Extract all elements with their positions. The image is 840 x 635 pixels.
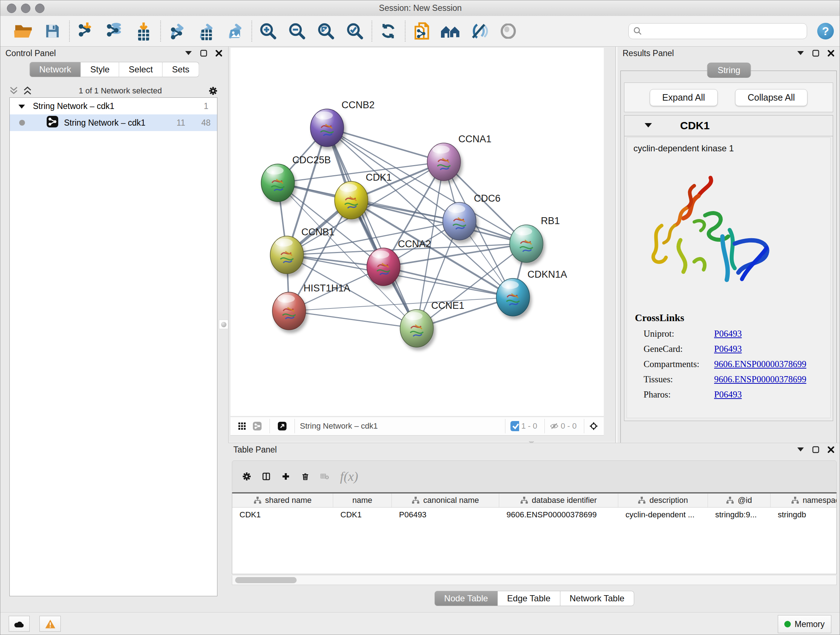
warnings-button[interactable] bbox=[39, 616, 61, 632]
protein-section-header[interactable]: CDK1 bbox=[624, 116, 833, 136]
column-header-description[interactable]: description bbox=[618, 494, 708, 507]
tab-network[interactable]: Network bbox=[29, 62, 81, 77]
column-header-canonical-name[interactable]: canonical name bbox=[392, 494, 499, 507]
birdseye-crosshair-icon[interactable] bbox=[589, 422, 598, 431]
collapse-all-icon[interactable] bbox=[9, 87, 18, 95]
home-icon[interactable] bbox=[440, 20, 461, 42]
crosslink-link[interactable]: P06493 bbox=[714, 329, 742, 339]
external-view-icon[interactable] bbox=[278, 422, 286, 431]
export-table-icon[interactable] bbox=[196, 20, 216, 42]
network-collection-row[interactable]: String Network – cdk1 1 bbox=[10, 98, 217, 114]
cloud-button[interactable] bbox=[9, 616, 30, 632]
zoom-fit-icon[interactable] bbox=[316, 20, 336, 42]
float-panel-icon[interactable] bbox=[812, 445, 820, 454]
open-session-icon[interactable] bbox=[13, 20, 34, 42]
crosslink-link[interactable]: 9606.ENSP00000378699 bbox=[714, 359, 806, 369]
zoom-in-icon[interactable] bbox=[258, 20, 278, 42]
export-network-icon[interactable] bbox=[167, 20, 187, 42]
crosslink-link[interactable]: P06493 bbox=[714, 390, 742, 400]
network-edge[interactable] bbox=[384, 267, 513, 297]
network-from-document-icon[interactable] bbox=[411, 20, 431, 42]
crosslink-link[interactable]: P06493 bbox=[714, 344, 742, 354]
network-edge[interactable] bbox=[327, 128, 417, 328]
table-row[interactable]: CDK1CDK1P064939606.ENSP00000378699cyclin… bbox=[232, 508, 836, 522]
disclosure-triangle-icon[interactable] bbox=[645, 122, 652, 129]
add-column-icon[interactable] bbox=[281, 472, 290, 481]
zoom-out-icon[interactable] bbox=[287, 20, 307, 42]
table-cell[interactable]: P06493 bbox=[392, 510, 499, 519]
network-node-RB1[interactable]: RB1 bbox=[510, 215, 560, 263]
memory-button[interactable]: Memory bbox=[778, 615, 831, 633]
column-header-name[interactable]: name bbox=[333, 494, 392, 507]
network-node-CCNA1[interactable]: CCNA1 bbox=[427, 134, 492, 181]
crosslink-link[interactable]: 9606.ENSP00000378699 bbox=[714, 374, 806, 385]
column-header-database-identifier[interactable]: database identifier bbox=[499, 494, 618, 507]
table-options-gear-icon[interactable] bbox=[242, 472, 251, 481]
help-button[interactable]: ? bbox=[817, 23, 834, 40]
protein-description: cyclin-dependent kinase 1 bbox=[633, 143, 830, 154]
tab-sets[interactable]: Sets bbox=[163, 62, 199, 77]
panel-menu-icon[interactable] bbox=[796, 445, 805, 454]
options-gear-icon[interactable] bbox=[209, 87, 218, 95]
grid-view-icon[interactable] bbox=[238, 422, 246, 431]
table-cell[interactable]: 9606.ENSP00000378699 bbox=[499, 510, 618, 519]
table-cell[interactable]: stringdb:9... bbox=[708, 510, 771, 519]
search-input[interactable] bbox=[645, 26, 807, 36]
table-cell[interactable]: CDK1 bbox=[333, 510, 392, 519]
save-session-icon[interactable] bbox=[42, 20, 63, 42]
network-edge[interactable] bbox=[327, 128, 444, 162]
node-table[interactable]: shared namenamecanonical namedatabase id… bbox=[232, 492, 837, 574]
network-node-CDC25B[interactable]: CDC25B bbox=[261, 155, 331, 202]
panel-menu-icon[interactable] bbox=[184, 49, 193, 57]
crosslink-label: Pharos: bbox=[644, 390, 714, 400]
network-node-CDKN1A[interactable]: CDKN1A bbox=[496, 269, 567, 316]
zoom-selected-icon[interactable] bbox=[345, 20, 365, 42]
left-splitter-handle[interactable] bbox=[219, 320, 228, 329]
tab-edge-table[interactable]: Edge Table bbox=[498, 591, 561, 606]
import-network-from-file-icon[interactable] bbox=[76, 20, 96, 42]
shared-column-icon bbox=[412, 496, 420, 504]
expand-all-icon[interactable] bbox=[23, 87, 32, 95]
table-cell[interactable]: CDK1 bbox=[232, 510, 333, 519]
close-panel-icon[interactable] bbox=[215, 49, 223, 57]
tab-node-table[interactable]: Node Table bbox=[434, 591, 498, 606]
table-cell[interactable]: cyclin-dependent ... bbox=[618, 510, 708, 519]
network-edge[interactable] bbox=[289, 311, 417, 328]
column-header-namespace[interactable]: namespace bbox=[771, 494, 837, 507]
import-network-from-database-icon[interactable] bbox=[104, 20, 125, 42]
expand-all-button[interactable]: Expand All bbox=[650, 89, 718, 106]
apply-layout-icon[interactable] bbox=[378, 20, 398, 42]
network-canvas[interactable]: CCNB2CCNA1CDC25BCDK1CDC6RB1CCNB1CCNA2CDK… bbox=[231, 48, 604, 416]
hide-graphics-details-icon[interactable] bbox=[469, 20, 489, 42]
import-table-icon[interactable] bbox=[134, 20, 154, 42]
float-panel-icon[interactable] bbox=[199, 49, 208, 57]
show-graphics-details-icon[interactable] bbox=[498, 20, 518, 42]
column-header-shared-name[interactable]: shared name bbox=[232, 494, 333, 507]
network-node-CCNB1[interactable]: CCNB1 bbox=[270, 226, 335, 274]
float-panel-icon[interactable] bbox=[812, 49, 820, 57]
close-panel-icon[interactable] bbox=[827, 49, 835, 57]
network-row[interactable]: String Network – cdk1 11 48 bbox=[10, 114, 217, 131]
show-columns-icon[interactable] bbox=[262, 472, 271, 481]
network-app-icon[interactable] bbox=[253, 422, 262, 431]
table-cell[interactable]: stringdb bbox=[771, 510, 837, 519]
collapse-all-button[interactable]: Collapse All bbox=[735, 89, 808, 106]
scrollbar-thumb[interactable] bbox=[235, 577, 297, 583]
selected-checkbox-icon[interactable] bbox=[510, 422, 519, 431]
hidden-eye-icon[interactable] bbox=[550, 422, 559, 431]
tab-style[interactable]: Style bbox=[81, 62, 119, 77]
tab-network-table[interactable]: Network Table bbox=[561, 591, 635, 606]
network-node-CCNA2[interactable]: CCNA2 bbox=[367, 239, 431, 286]
delete-column-icon[interactable] bbox=[301, 472, 309, 481]
tab-select[interactable]: Select bbox=[119, 62, 163, 77]
disclosure-triangle-icon[interactable] bbox=[19, 101, 25, 111]
tab-string[interactable]: String bbox=[707, 63, 751, 78]
column-header-@id[interactable]: @id bbox=[708, 494, 771, 507]
network-node-CCNE1[interactable]: CCNE1 bbox=[400, 300, 464, 347]
export-image-icon[interactable] bbox=[225, 20, 245, 42]
network-node-HIST1H1A[interactable]: HIST1H1A bbox=[272, 283, 350, 330]
table-horizontal-scrollbar[interactable] bbox=[232, 576, 837, 585]
close-panel-icon[interactable] bbox=[827, 445, 835, 454]
search-box[interactable] bbox=[628, 23, 807, 39]
panel-menu-icon[interactable] bbox=[796, 49, 805, 57]
